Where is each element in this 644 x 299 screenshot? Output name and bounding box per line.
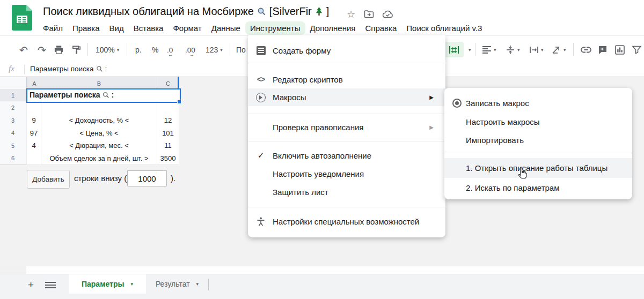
submenu-item-open-description[interactable]: 1. Открыть описание работы таблицы	[444, 158, 632, 178]
cell-a2[interactable]	[27, 101, 41, 115]
formula-text: Параметры поиска	[30, 65, 94, 73]
horizontal-align-button[interactable]: ▾	[482, 43, 496, 57]
merge-dropdown[interactable]: ▾	[469, 43, 471, 57]
cell-c5[interactable]: 11	[157, 139, 179, 152]
menu-file[interactable]: Файл	[38, 21, 68, 35]
document-title[interactable]: Поиск ликвидных облигаций на Мосбирже [S…	[43, 5, 329, 18]
tab-rezultat[interactable]: Результат ▾	[146, 274, 208, 294]
insert-chart-icon[interactable]	[615, 43, 625, 57]
currency-format-button[interactable]: р.	[135, 43, 142, 57]
row-header-1[interactable]: 1	[0, 89, 26, 102]
fill-handle[interactable]	[177, 100, 181, 104]
insert-comment-icon[interactable]	[598, 43, 608, 57]
filter-icon[interactable]	[632, 43, 641, 57]
cell-b4[interactable]: < Цена, % <	[41, 126, 157, 140]
menu-item-spelling[interactable]: Проверка правописания ▶	[248, 118, 445, 136]
cell-c4[interactable]: 101	[157, 126, 179, 140]
menu-item-protect-sheet[interactable]: Защитить лист	[248, 183, 445, 200]
magnifier-icon	[257, 7, 266, 16]
menu-item-create-form[interactable]: Создать форму	[248, 42, 445, 59]
menu-addons[interactable]: Дополнения	[305, 21, 361, 35]
number-format-button[interactable]: 123▾	[206, 43, 223, 57]
toolbar-divider	[475, 43, 475, 56]
toolbar-divider	[87, 43, 88, 56]
paint-format-icon[interactable]	[72, 43, 82, 57]
formula-bar-value[interactable]: Параметры поиска :	[30, 65, 107, 73]
add-rows-count-input[interactable]	[127, 170, 167, 186]
menu-divider	[444, 153, 632, 153]
menu-insert[interactable]: Вставка	[129, 21, 169, 35]
increase-decimal-button[interactable]: .00→	[185, 43, 195, 57]
cell-c2[interactable]	[157, 101, 179, 115]
decrease-decimal-button[interactable]: .0←	[167, 43, 173, 57]
zoom-select[interactable]: 100%▾	[96, 43, 119, 57]
row-header-4[interactable]: 4	[0, 126, 26, 140]
title-bracket: [SilverFir	[269, 5, 312, 18]
add-rows-button[interactable]: Добавить	[27, 170, 70, 189]
all-sheets-icon[interactable]	[45, 282, 56, 288]
cell-a4[interactable]: 97	[27, 126, 41, 140]
cell-a6[interactable]	[27, 152, 41, 165]
sheet-tab-bar: + Параметры ▾ Результат ▾	[0, 274, 644, 299]
cell-a5[interactable]: 4	[27, 139, 41, 152]
play-circle-icon	[255, 92, 266, 103]
google-sheets-app: Поиск ликвидных облигаций на Мосбирже [S…	[0, 0, 644, 299]
text-rotation-button[interactable]: ▾	[552, 43, 566, 57]
cell-c3[interactable]: 12	[157, 114, 179, 127]
tab-menu-icon[interactable]: ▾	[196, 281, 199, 287]
redo-icon[interactable]: ↷	[38, 43, 46, 57]
row-header-6[interactable]: 6	[0, 152, 26, 165]
cell-c6[interactable]: 3500	[157, 152, 179, 165]
add-rows-label-end: ).	[171, 174, 175, 183]
insert-link-icon[interactable]	[581, 43, 591, 57]
submenu-arrow-icon: ▶	[429, 124, 434, 130]
cell-b2[interactable]	[41, 101, 157, 115]
cloud-saved-icon[interactable]	[382, 10, 393, 18]
submenu-item-record-macro[interactable]: Записать макрос	[444, 94, 632, 111]
menu-item-autocomplete[interactable]: ✓ Включить автозаполнение	[248, 147, 445, 164]
menu-item-macros[interactable]: Макросы ▶	[248, 88, 445, 106]
magnifier-icon	[96, 65, 103, 72]
tab-menu-icon[interactable]: ▾	[130, 281, 133, 287]
text-wrap-button[interactable]: ▾	[529, 43, 544, 57]
menu-format[interactable]: Формат	[168, 21, 206, 35]
star-icon[interactable]: ☆	[347, 9, 355, 20]
menu-tools[interactable]: Инструменты	[245, 21, 305, 35]
tab-parametry[interactable]: Параметры ▾	[69, 274, 146, 294]
menu-data[interactable]: Данные	[207, 21, 245, 35]
percent-format-button[interactable]: %	[152, 43, 158, 57]
menu-help[interactable]: Справка	[360, 21, 401, 35]
tab-rezultat-label: Результат	[156, 280, 190, 288]
undo-icon[interactable]: ↶	[19, 43, 28, 57]
row-header-3[interactable]: 3	[0, 114, 26, 127]
menu-view[interactable]: Вид	[105, 21, 129, 35]
print-icon[interactable]	[54, 43, 64, 57]
code-icon: <>	[255, 74, 266, 85]
menu-edit[interactable]: Правка	[68, 21, 105, 35]
menu-item-script-editor[interactable]: <> Редактор скриптов	[248, 71, 445, 88]
menu-item-notifications[interactable]: Настроить уведомления	[248, 165, 445, 182]
submenu-item-manage-macros[interactable]: Настроить макросы	[444, 113, 632, 130]
row-header-5[interactable]: 5	[0, 139, 26, 152]
move-to-folder-icon[interactable]	[364, 10, 374, 18]
add-sheet-button[interactable]: +	[28, 279, 34, 291]
sheets-logo-icon[interactable]	[12, 5, 32, 31]
tree-icon	[315, 7, 323, 16]
cell-a1-text: Параметры поиска :	[30, 91, 114, 99]
row-header-2[interactable]: 2	[0, 101, 26, 115]
submenu-item-import[interactable]: Импортировать	[444, 131, 632, 148]
submenu-item-search-by-params[interactable]: 2. Искать по параметрам	[444, 179, 632, 196]
menu-bond-search[interactable]: Поиск облигаций v.3	[401, 21, 487, 35]
cell-a3[interactable]: 9	[27, 114, 41, 127]
menu-divider	[248, 141, 445, 141]
horizontal-scrollbar[interactable]	[0, 266, 644, 274]
merge-cells-button[interactable]	[444, 42, 464, 57]
cell-b3[interactable]: < Доходность, % <	[41, 114, 157, 127]
menu-item-accessibility[interactable]: Настройки специальных возможностей	[248, 213, 445, 230]
toolbar-divider	[230, 43, 230, 56]
menu-divider	[248, 114, 445, 114]
record-icon	[451, 98, 462, 108]
vertical-align-button[interactable]: ▾	[506, 43, 520, 57]
cell-b5[interactable]: < Дюрация, мес. <	[41, 139, 157, 152]
cell-b6[interactable]: Объем сделок за n дней, шт. >	[41, 152, 157, 165]
